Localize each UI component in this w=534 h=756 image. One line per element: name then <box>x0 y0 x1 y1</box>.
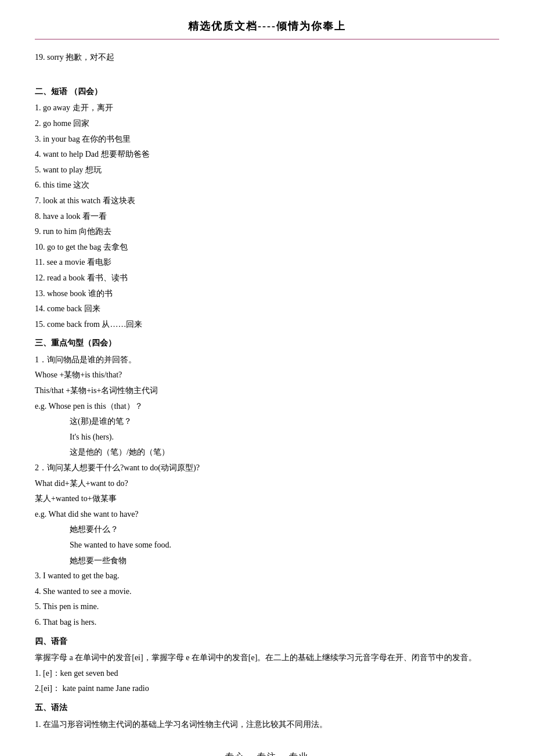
section3-title: 三、重点句型（四会） <box>35 336 499 351</box>
phrase-4: 4. want to help Dad 想要帮助爸爸 <box>35 147 499 163</box>
grammar1-line3: e.g. Whose pen is this（that）？ <box>35 399 499 415</box>
section4-title: 四、语音 <box>35 634 499 650</box>
phrase-7: 7. look at this watch 看这块表 <box>35 193 499 209</box>
phonics-desc: 掌握字母 a 在单词中的发音[ei]，掌握字母 e 在单词中的发音[e]。在二上… <box>35 650 499 666</box>
sentence-3: 3. I wanted to get the bag. <box>35 568 499 584</box>
phrase-15: 15. come back from 从……回来 <box>35 317 499 333</box>
page-title: 精选优质文档----倾情为你奉上 <box>35 17 499 35</box>
grammar1-line6: 这是他的（笔）/她的（笔） <box>35 445 499 460</box>
section2-title: 二、短语 （四会） <box>35 84 499 100</box>
phrase-8: 8. have a look 看一看 <box>35 209 499 225</box>
sentence-6: 6. That bag is hers. <box>35 615 499 631</box>
phrase-12: 12. read a book 看书、读书 <box>35 271 499 286</box>
section5-title: 五、语法 <box>35 700 499 716</box>
phrase-9: 9. run to him 向他跑去 <box>35 224 499 240</box>
phrase-13: 13. whose book 谁的书 <box>35 286 499 302</box>
item-19: 19. sorry 抱歉，对不起 <box>35 50 499 66</box>
grammar1-line1: Whose +某物+is this/that? <box>35 368 499 383</box>
grammar2-line1: What did+某人+want to do? <box>35 476 499 492</box>
grammar1-title: 1．询问物品是谁的并回答。 <box>35 352 499 368</box>
grammar5-line: 1. 在温习形容词性物主代词的基础上学习名词性物主代词，注意比较其不同用法。 <box>35 717 499 733</box>
grammar1-line2: This/that +某物+is+名词性物主代词 <box>35 383 499 399</box>
grammar2-line3: e.g. What did she want to have? <box>35 507 499 523</box>
phrase-11: 11. see a movie 看电影 <box>35 255 499 271</box>
phrase-2: 2. go home 回家 <box>35 116 499 132</box>
header-divider <box>35 39 499 39</box>
phrase-5: 5. want to play 想玩 <box>35 163 499 178</box>
phonics-line2: 2.[ei]： kate paint name Jane radio <box>35 681 499 697</box>
grammar1-line5: It's his (hers). <box>35 430 499 445</box>
grammar2-line2: 某人+wanted to+做某事 <box>35 491 499 507</box>
grammar2-title: 2．询问某人想要干什么?want to do(动词原型)? <box>35 460 499 476</box>
footer-text: 专心---专注---专业 <box>35 750 499 756</box>
grammar2-line6: 她想要一些食物 <box>35 553 499 569</box>
sentence-5: 5. This pen is mine. <box>35 599 499 615</box>
phrase-3: 3. in your bag 在你的书包里 <box>35 132 499 147</box>
main-content: 19. sorry 抱歉，对不起 二、短语 （四会） 1. go away 走开… <box>35 50 499 733</box>
phonics-line1: 1. [e]：ken get seven bed <box>35 666 499 682</box>
grammar1-line4: 这(那)是谁的笔？ <box>35 414 499 430</box>
phrase-10: 10. go to get the bag 去拿包 <box>35 240 499 255</box>
phrase-14: 14. come back 回来 <box>35 301 499 317</box>
phrase-6: 6. this time 这次 <box>35 178 499 193</box>
phrase-1: 1. go away 走开，离开 <box>35 100 499 116</box>
grammar2-line5: She wanted to have some food. <box>35 538 499 553</box>
grammar2-line4: 她想要什么？ <box>35 522 499 538</box>
sentence-4: 4. She wanted to see a movie. <box>35 584 499 600</box>
